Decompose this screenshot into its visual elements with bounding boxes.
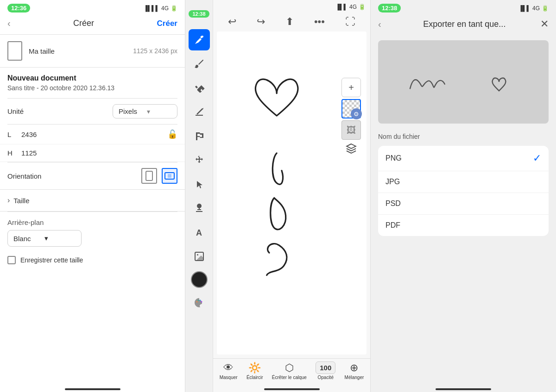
arriere-label: Arrière-plan — [7, 218, 177, 226]
ecreter-button[interactable]: ⬡ Écrêter le calque — [272, 362, 307, 380]
eclaircir-button[interactable]: 🔆 Éclaircir — [246, 362, 263, 380]
network-3: 4G — [532, 5, 540, 12]
layer-thumb-2[interactable]: 🖼 — [341, 120, 361, 140]
export-title: Exporter en tant que... — [389, 19, 540, 29]
layers-panel: + ⚙ 🖼 — [341, 78, 361, 156]
masquer-icon: 👁 — [223, 362, 234, 374]
portrait-icon — [145, 171, 153, 181]
drawing-canvas[interactable]: + ⚙ 🖼 — [217, 31, 366, 355]
svg-rect-0 — [146, 171, 152, 180]
h-row: H — [0, 144, 185, 162]
portrait-button[interactable] — [141, 168, 157, 184]
brush-button[interactable] — [189, 53, 210, 75]
selection-button[interactable] — [189, 174, 210, 195]
fill-button[interactable] — [189, 77, 210, 99]
preview-content — [378, 40, 549, 124]
svg-point-3 — [202, 36, 203, 37]
forward-action-button[interactable]: ↪ — [255, 14, 267, 30]
image-button[interactable] — [189, 246, 210, 267]
svg-point-6 — [197, 254, 198, 255]
arriere-select[interactable]: Blanc ▾ — [7, 230, 82, 247]
format-pdf[interactable]: PDF — [378, 215, 549, 236]
layer-gear-icon: ⚙ — [351, 108, 362, 119]
h-input[interactable] — [21, 149, 167, 157]
network-label: 4G — [161, 5, 169, 12]
share-button[interactable]: ⬆ — [284, 14, 296, 30]
format-list: PNG ✓ JPG PSD PDF — [378, 146, 549, 236]
home-bar-2 — [264, 388, 320, 390]
create-button[interactable]: Créer — [157, 19, 177, 28]
format-png-label: PNG — [385, 154, 533, 162]
section-subtitle: Sans titre - 20 octobre 2020 12.36.13 — [7, 84, 177, 92]
status-icons-2: ▐▌▌ 4G 🔋 — [335, 4, 366, 10]
stamp-button[interactable] — [189, 198, 210, 219]
smudge-icon — [194, 131, 205, 142]
size-icon — [7, 41, 22, 61]
svg-rect-2 — [168, 174, 171, 178]
text-button[interactable]: A — [189, 222, 210, 243]
lock-icon[interactable]: 🔓 — [167, 129, 177, 139]
enregistrer-checkbox[interactable] — [7, 256, 16, 264]
masquer-button[interactable]: 👁 Masquer — [220, 362, 238, 380]
pencil-magic-button[interactable] — [189, 29, 210, 50]
back-action-button[interactable]: ↩ — [226, 14, 238, 30]
export-close-button[interactable]: ✕ — [540, 18, 549, 30]
pencil-magic-icon — [194, 34, 205, 45]
fullscreen-button[interactable]: ⛶ — [343, 14, 357, 30]
l-input[interactable] — [21, 131, 167, 138]
brush-icon — [194, 58, 205, 69]
signal-icon-3: ▐▌▌ — [518, 5, 531, 12]
canvas-area: ▐▌▌ 4G 🔋 ↩ ↪ ⬆ ••• ⛶ — [213, 0, 370, 392]
layers-toggle[interactable] — [341, 142, 361, 156]
layers-icon — [346, 143, 357, 154]
eraser-icon — [194, 106, 205, 118]
status-icons-3: ▐▌▌ 4G 🔋 — [518, 5, 549, 12]
toolbar-left: 12:38 A — [185, 0, 213, 392]
time-2: 12:38 — [189, 10, 209, 18]
panel-export: 12:38 ▐▌▌ 4G 🔋 ‹ Exporter en tant que...… — [371, 0, 556, 392]
arriere-value: Blanc — [13, 235, 44, 243]
format-psd[interactable]: PSD — [378, 193, 549, 215]
size-label: Ma taille — [29, 47, 55, 55]
taille-row[interactable]: › Taille — [0, 190, 185, 212]
add-layer-button[interactable]: + — [341, 78, 361, 97]
svg-point-8 — [197, 300, 199, 301]
layer-image-icon: 🖼 — [342, 121, 360, 139]
arriere-chevron-icon: ▾ — [44, 234, 76, 243]
opacity-badge[interactable]: 100 — [316, 361, 335, 374]
chevron-down-icon: ▾ — [147, 108, 171, 115]
format-jpg[interactable]: JPG — [378, 171, 549, 193]
layer-thumb-1[interactable]: ⚙ — [341, 99, 361, 118]
move-button[interactable] — [189, 149, 210, 171]
export-back-button[interactable]: ‹ — [378, 19, 381, 30]
unite-label: Unité — [7, 107, 113, 115]
format-png[interactable]: PNG ✓ — [378, 146, 549, 171]
h-label: H — [7, 149, 21, 157]
unite-select[interactable]: Pixels ▾ — [113, 104, 177, 118]
text-icon: A — [194, 227, 205, 238]
taille-chevron-icon: › — [7, 196, 10, 205]
network-2: 4G — [349, 4, 357, 10]
more-button[interactable]: ••• — [312, 14, 327, 30]
color-swatch[interactable] — [191, 271, 208, 288]
filename-section: Nom du fichier — [371, 128, 556, 146]
color-adjust-icon — [194, 297, 205, 308]
svg-point-10 — [201, 301, 202, 303]
header-title: Créer — [73, 19, 94, 28]
header-1: ‹ Créer Créer — [0, 14, 185, 35]
melanger-icon: ⊕ — [350, 362, 358, 374]
melanger-button[interactable]: ⊕ Mélanger — [345, 362, 364, 380]
opacite-control[interactable]: 100 Opacité — [316, 361, 335, 380]
size-value: 1125 x 2436 px — [133, 47, 177, 55]
selection-icon — [194, 179, 205, 190]
status-bar-1: 12:36 ▐▌▌▌ 4G 🔋 — [0, 0, 185, 14]
eraser-button[interactable] — [189, 101, 210, 123]
size-row[interactable]: Ma taille 1125 x 2436 px — [0, 35, 185, 68]
eclaircir-label: Éclaircir — [246, 375, 263, 380]
opacite-label: Opacité — [318, 375, 334, 380]
smudge-button[interactable] — [189, 125, 210, 147]
eclaircir-icon: 🔆 — [248, 362, 261, 374]
color-adjust-button[interactable] — [189, 292, 210, 313]
landscape-button[interactable] — [162, 168, 177, 184]
back-button[interactable]: ‹ — [7, 18, 11, 29]
